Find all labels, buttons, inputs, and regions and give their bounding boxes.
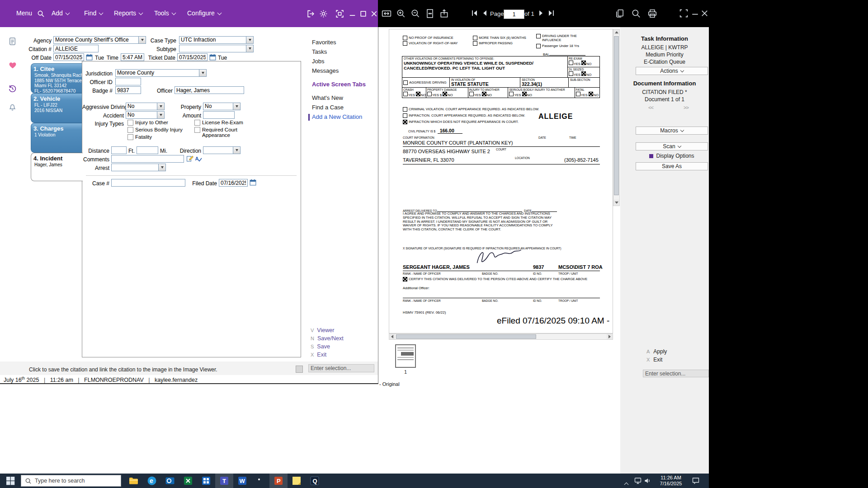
documents-icon[interactable] (8, 37, 17, 46)
fit-page-icon[interactable] (425, 9, 435, 19)
search-icon[interactable] (37, 10, 45, 18)
agency-select[interactable]: Monroe County Sheriff's Office (53, 36, 146, 44)
checkbox-fatality[interactable]: Fatality (127, 134, 152, 140)
panel-selection-input[interactable] (643, 370, 709, 377)
v-scrollbar-thumb[interactable] (614, 36, 619, 195)
ticket-date-input[interactable] (177, 53, 208, 61)
pages-icon[interactable] (615, 9, 625, 19)
selection-input[interactable] (308, 364, 374, 372)
tab-citee[interactable]: 1. Citee Smoak, Shanquita Rach 1885 NW 5… (31, 63, 82, 93)
scroll-left-icon[interactable] (389, 334, 395, 339)
sidebar-item-messages[interactable]: Messages (312, 67, 339, 74)
checkbox-icon[interactable] (194, 127, 200, 133)
calendar-icon[interactable] (250, 179, 256, 186)
checkbox-license-re-exam[interactable]: License Re-Exam (194, 120, 243, 126)
comments-input[interactable] (111, 155, 184, 163)
tray-volume-icon[interactable] (644, 477, 652, 485)
display-options-checkbox-icon[interactable] (649, 154, 653, 158)
next-doc-button[interactable]: >> (684, 105, 689, 110)
search-icon[interactable] (631, 9, 641, 19)
menu-item-reports[interactable]: Reports (114, 9, 142, 17)
officer-id-input[interactable] (115, 78, 141, 85)
jurisdiction-select[interactable]: Monroe County (115, 69, 207, 77)
minimize-icon[interactable] (348, 9, 357, 18)
spellcheck-icon[interactable]: A (195, 155, 202, 162)
accident-select[interactable]: No (126, 111, 165, 119)
sidebar-item-find-a-case[interactable]: Find a Case (312, 104, 344, 111)
v-scrollbar[interactable] (613, 29, 620, 206)
notification-center-icon[interactable] (692, 477, 700, 485)
scan-button[interactable]: Scan (636, 142, 708, 150)
calendar-icon[interactable] (86, 54, 93, 61)
dropdown-arrow-icon[interactable] (233, 103, 240, 110)
sign-out-icon[interactable] (307, 9, 315, 18)
off-date-input[interactable] (53, 53, 84, 61)
checkbox-icon[interactable] (127, 127, 133, 133)
outlook-icon[interactable] (165, 475, 175, 486)
powerpoint-icon[interactable]: P (273, 475, 284, 486)
arrest-select[interactable] (111, 164, 166, 171)
sidebar-item-jobs[interactable]: Jobs (312, 58, 324, 65)
subtype-select[interactable] (179, 45, 254, 52)
dropdown-arrow-icon[interactable] (233, 147, 240, 154)
scroll-up-icon[interactable] (613, 29, 619, 35)
history-icon[interactable] (8, 84, 17, 93)
shortcut-viewer[interactable]: VViewer (311, 326, 334, 334)
tab-vehicle[interactable]: 2. Vehicle FL - LIFJ22 2016 NISSAN (31, 93, 82, 123)
scroll-right-icon[interactable] (607, 334, 613, 339)
dropdown-arrow-icon[interactable] (246, 45, 253, 52)
zoom-out-icon[interactable] (410, 9, 420, 19)
h-scrollbar[interactable] (389, 333, 613, 340)
calendar-icon[interactable] (209, 54, 216, 61)
tray-expand-icon[interactable] (625, 480, 628, 488)
macros-button[interactable]: Macros (636, 127, 708, 135)
shortcut-save-next[interactable]: NSave/Next (311, 334, 344, 342)
menu-item-add[interactable]: Add (52, 9, 69, 17)
sidebar-item-whats-new[interactable]: What's New (312, 94, 343, 101)
display-options-toggle[interactable]: Display Options (636, 153, 708, 159)
citation-number-input[interactable] (53, 45, 99, 52)
heart-icon[interactable] (8, 61, 17, 70)
sidebar-item-tasks[interactable]: Tasks (312, 48, 327, 55)
menu-item-menu[interactable]: Menu (16, 9, 32, 17)
tab-charges[interactable]: 3. Charges 1 Violation (31, 123, 82, 153)
menu-item-find[interactable]: Find (84, 9, 103, 17)
scroll-down-icon[interactable] (613, 200, 619, 206)
export-icon[interactable] (439, 9, 449, 19)
shortcut-save[interactable]: SSave (311, 342, 330, 350)
fit-window-icon[interactable] (335, 9, 344, 18)
maximize-icon[interactable] (359, 9, 368, 18)
tray-display-icon[interactable] (634, 477, 642, 485)
page-input[interactable] (504, 9, 524, 19)
last-page-icon[interactable] (547, 9, 557, 19)
print-icon[interactable] (647, 9, 657, 19)
shortcut-exit[interactable]: XExit (311, 350, 326, 358)
tab-incident[interactable]: 4. Incident Hager, James (31, 153, 83, 181)
checkbox-required-court-appearance[interactable]: Required Court Appearance (194, 127, 244, 138)
sidebar-item-add-a-new-citation[interactable]: Add a New Citation (312, 113, 362, 120)
sidebar-item-favorites[interactable]: Favorites (312, 39, 336, 46)
q-app-icon[interactable]: Q (309, 475, 320, 486)
distance-secondary-input[interactable] (137, 146, 158, 154)
checkbox-icon[interactable] (194, 120, 200, 126)
menu-item-configure[interactable]: Configure (187, 9, 221, 17)
save-as-button[interactable]: Save As (636, 162, 708, 170)
zoom-in-icon[interactable] (396, 9, 406, 19)
case-number-input[interactable] (111, 179, 185, 187)
filed-date-input[interactable] (219, 179, 248, 187)
checkbox-injury-to-other[interactable]: Injury to Other (127, 120, 168, 126)
close-icon[interactable] (700, 9, 710, 19)
dropdown-arrow-icon[interactable] (158, 164, 165, 171)
page-thumbnail[interactable] (395, 344, 416, 368)
amount-input[interactable] (203, 111, 235, 119)
time-input[interactable] (121, 53, 144, 61)
close-icon[interactable] (370, 9, 378, 18)
dropdown-arrow-icon[interactable] (157, 103, 164, 110)
property-select[interactable]: No (203, 103, 241, 110)
checkbox-icon[interactable] (127, 134, 133, 140)
edge-icon[interactable]: e (146, 475, 157, 486)
teams-icon[interactable]: T (219, 475, 230, 486)
dropdown-arrow-icon[interactable] (246, 37, 253, 43)
tray-clock[interactable]: 11:26 AM 7/16/2025 (656, 475, 685, 487)
dropdown-arrow-icon[interactable] (157, 112, 164, 118)
